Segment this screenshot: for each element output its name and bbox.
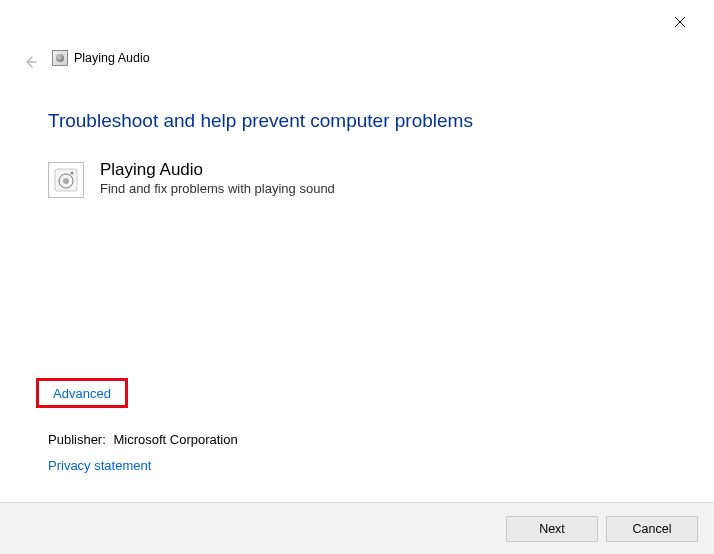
svg-point-4 xyxy=(63,178,69,184)
speaker-icon xyxy=(48,162,84,198)
main-content: Troubleshoot and help prevent computer p… xyxy=(48,110,674,198)
item-title: Playing Audio xyxy=(100,160,335,180)
publisher-value: Microsoft Corporation xyxy=(113,432,237,447)
window-title: Playing Audio xyxy=(74,51,150,65)
item-description: Find and fix problems with playing sound xyxy=(100,181,335,196)
privacy-statement-link[interactable]: Privacy statement xyxy=(48,458,151,473)
back-arrow-icon xyxy=(22,54,38,70)
close-icon xyxy=(674,16,686,28)
publisher-row: Publisher: Microsoft Corporation xyxy=(48,432,238,447)
advanced-link[interactable]: Advanced xyxy=(53,386,111,401)
publisher-label: Publisher: xyxy=(48,432,106,447)
close-button[interactable] xyxy=(670,12,690,32)
cancel-button[interactable]: Cancel xyxy=(606,516,698,542)
troubleshooter-item: Playing Audio Find and fix problems with… xyxy=(48,160,674,198)
back-button xyxy=(20,52,40,72)
footer-bar: Next Cancel xyxy=(0,502,714,554)
next-button[interactable]: Next xyxy=(506,516,598,542)
advanced-highlight-box: Advanced xyxy=(36,378,128,408)
page-heading: Troubleshoot and help prevent computer p… xyxy=(48,110,674,132)
svg-point-5 xyxy=(71,172,74,175)
window-icon xyxy=(52,50,68,66)
title-bar: Playing Audio xyxy=(52,50,150,66)
